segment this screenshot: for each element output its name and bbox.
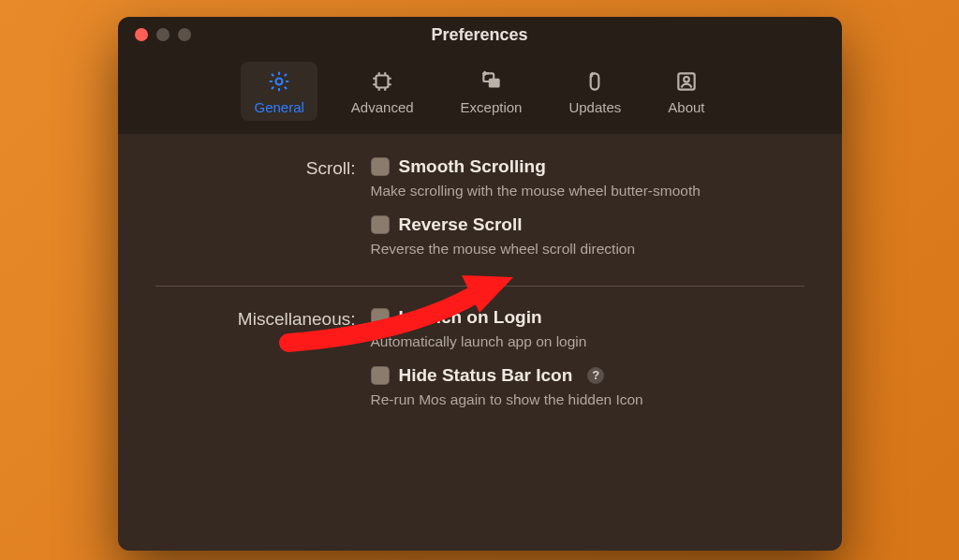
tab-label: Advanced xyxy=(351,99,414,115)
option-smooth-scrolling: Smooth Scrolling Make scrolling with the… xyxy=(371,156,804,201)
option-launch-on-login: Launch on Login Automatically launch app… xyxy=(371,307,804,352)
swap-window-icon xyxy=(480,69,504,94)
updates-icon xyxy=(583,69,607,94)
tab-label: About xyxy=(668,99,704,115)
titlebar: Preferences xyxy=(118,17,842,52)
svg-point-6 xyxy=(684,77,689,82)
tab-about[interactable]: About xyxy=(655,62,717,121)
maximize-button[interactable] xyxy=(178,28,191,41)
divider xyxy=(155,286,804,287)
toolbar: General Advanced Exception xyxy=(118,52,842,134)
section-scroll: Scroll: Smooth Scrolling Make scrolling … xyxy=(155,156,804,273)
svg-point-0 xyxy=(276,79,283,85)
option-title: Hide Status Bar Icon xyxy=(399,365,573,386)
option-desc: Automatically launch app on login xyxy=(371,332,804,352)
tab-label: Exception xyxy=(461,99,523,115)
chip-icon xyxy=(370,69,394,94)
tab-updates[interactable]: Updates xyxy=(555,62,634,121)
misc-options: Launch on Login Automatically launch app… xyxy=(371,307,804,423)
option-hide-status-bar-icon: Hide Status Bar Icon ? Re-run Mos again … xyxy=(371,365,804,410)
option-title: Smooth Scrolling xyxy=(399,156,546,177)
tab-advanced[interactable]: Advanced xyxy=(338,62,427,121)
checkbox-reverse-scroll[interactable] xyxy=(371,215,390,234)
section-miscellaneous: Miscellaneous: Launch on Login Automatic… xyxy=(155,307,804,423)
tab-exception[interactable]: Exception xyxy=(448,62,536,121)
svg-rect-1 xyxy=(376,76,389,88)
traffic-lights xyxy=(135,28,191,41)
option-desc: Re-run Mos again to show the hidden Icon xyxy=(371,391,804,410)
scroll-options: Smooth Scrolling Make scrolling with the… xyxy=(371,156,804,273)
content: Scroll: Smooth Scrolling Make scrolling … xyxy=(118,134,842,438)
preferences-window: Preferences General Advanced xyxy=(118,17,842,551)
help-icon[interactable]: ? xyxy=(587,367,604,384)
tab-label: General xyxy=(254,99,303,115)
tab-label: Updates xyxy=(568,99,621,115)
option-desc: Reverse the mouse wheel scroll direction xyxy=(371,240,804,259)
option-title: Reverse Scroll xyxy=(399,214,523,235)
section-label-misc: Miscellaneous: xyxy=(155,307,371,423)
minimize-button[interactable] xyxy=(156,28,170,41)
tab-general[interactable]: General xyxy=(241,62,317,121)
person-icon xyxy=(674,69,699,94)
section-label-scroll: Scroll: xyxy=(155,156,371,273)
option-title: Launch on Login xyxy=(399,307,542,328)
checkbox-hide-status-bar-icon[interactable] xyxy=(371,366,390,385)
window-title: Preferences xyxy=(118,25,842,45)
option-reverse-scroll: Reverse Scroll Reverse the mouse wheel s… xyxy=(371,214,804,259)
close-button[interactable] xyxy=(135,28,148,41)
option-desc: Make scrolling with the mouse wheel butt… xyxy=(371,182,804,201)
checkbox-smooth-scrolling[interactable] xyxy=(371,157,390,176)
gear-icon xyxy=(267,69,291,94)
checkbox-launch-on-login[interactable] xyxy=(371,308,390,327)
